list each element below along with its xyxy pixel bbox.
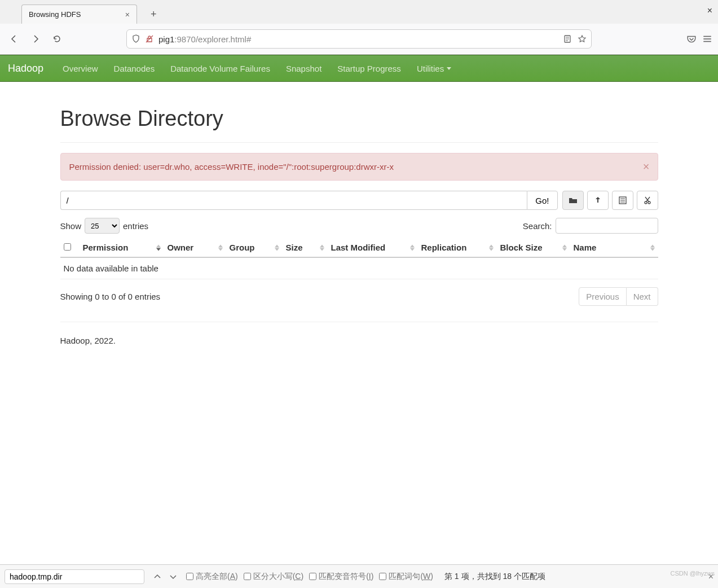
- page-length-select[interactable]: 25: [85, 218, 120, 234]
- nav-utilities-label: Utilities: [417, 64, 444, 73]
- shield-icon: [131, 34, 140, 43]
- col-owner[interactable]: Owner: [164, 238, 226, 257]
- title-separator: [60, 142, 658, 143]
- footer-separator: [60, 322, 658, 322]
- empty-row: No data available in table: [60, 257, 658, 279]
- whole-words-checkbox[interactable]: [379, 573, 386, 580]
- sort-icon: [489, 244, 494, 251]
- alert-close-icon[interactable]: ×: [643, 160, 650, 173]
- col-group[interactable]: Group: [226, 238, 283, 257]
- col-replication[interactable]: Replication: [418, 238, 497, 257]
- alert-error: Permission denied: user=dr.who, access=W…: [60, 153, 658, 181]
- back-button[interactable]: [6, 30, 23, 47]
- lock-insecure-icon: [145, 34, 154, 43]
- pocket-icon[interactable]: [686, 34, 697, 44]
- whole-words-option[interactable]: 匹配词句(W): [379, 572, 433, 582]
- match-case-checkbox[interactable]: [244, 573, 251, 580]
- prev-button[interactable]: Previous: [579, 287, 626, 306]
- nav-datanodes[interactable]: Datanodes: [106, 55, 163, 82]
- tab-close-icon[interactable]: ×: [125, 10, 130, 19]
- bookmark-star-icon[interactable]: [578, 34, 587, 43]
- alert-text: Permission denied: user=dr.who, access=W…: [69, 162, 394, 172]
- col-checkbox: [60, 238, 80, 257]
- reader-mode-icon[interactable]: [563, 34, 572, 43]
- sort-icon: [650, 244, 655, 251]
- page-title: Browse Directory: [60, 107, 658, 131]
- action-button-group: [562, 191, 658, 210]
- new-tab-button[interactable]: +: [147, 5, 160, 24]
- chevron-down-icon: [170, 573, 177, 580]
- chevron-down-icon: [447, 67, 451, 70]
- table-info: Showing 0 to 0 of 0 entries: [60, 292, 579, 301]
- upload-icon: [593, 196, 602, 205]
- sort-icon: [562, 244, 567, 251]
- entries-label: entries: [123, 221, 148, 231]
- path-input-group: Go!: [60, 191, 558, 210]
- empty-message: No data available in table: [60, 257, 658, 279]
- svg-point-12: [645, 201, 647, 204]
- highlight-all-option[interactable]: 高亮全部(A): [186, 572, 238, 582]
- browser-tab[interactable]: Browsing HDFS ×: [21, 5, 137, 24]
- new-folder-button[interactable]: [612, 191, 633, 210]
- cut-icon: [643, 196, 652, 205]
- arrow-left-icon: [10, 34, 19, 43]
- col-permission[interactable]: Permission: [80, 238, 164, 257]
- match-diacritics-option[interactable]: 匹配变音符号(I): [309, 572, 373, 582]
- highlight-all-checkbox[interactable]: [186, 573, 193, 580]
- path-input[interactable]: [60, 191, 527, 210]
- find-next-button[interactable]: [166, 569, 180, 584]
- table-footer: Showing 0 to 0 of 0 entries Previous Nex…: [60, 287, 658, 306]
- col-last-modified[interactable]: Last Modified: [328, 238, 418, 257]
- match-case-option[interactable]: 区分大小写(C): [244, 572, 303, 582]
- browser-toolbar: pig1:9870/explorer.html#: [0, 24, 718, 54]
- watermark: CSDN @lhyzws: [671, 570, 715, 577]
- col-name[interactable]: Name: [570, 238, 658, 257]
- sort-icon: [410, 244, 415, 251]
- brand[interactable]: Hadoop: [8, 63, 43, 74]
- col-size[interactable]: Size: [283, 238, 328, 257]
- go-button[interactable]: Go!: [527, 191, 557, 210]
- cut-button[interactable]: [637, 191, 658, 210]
- main-container: Browse Directory Permission denied: user…: [55, 107, 664, 345]
- page-footer: Hadoop, 2022.: [60, 336, 658, 345]
- find-status: 第 1 项，共找到 18 个匹配项: [444, 572, 545, 582]
- forward-button[interactable]: [27, 30, 44, 47]
- open-folder-button[interactable]: [562, 191, 584, 210]
- directory-table: Permission Owner Group Size Last Modifie…: [60, 238, 658, 279]
- reload-icon: [52, 34, 61, 43]
- table-controls: Show 25 entries Search:: [60, 218, 658, 234]
- find-bar: 高亮全部(A) 区分大小写(C) 匹配变音符号(I) 匹配词句(W) 第 1 项…: [0, 564, 718, 588]
- find-input[interactable]: [5, 569, 144, 584]
- reload-button[interactable]: [49, 30, 65, 47]
- nav-utilities[interactable]: Utilities: [409, 55, 459, 82]
- nav-snapshot[interactable]: Snapshot: [278, 55, 329, 82]
- app-navbar: Hadoop Overview Datanodes Datanode Volum…: [0, 55, 718, 82]
- path-row: Go!: [60, 191, 658, 210]
- chevron-up-icon: [154, 573, 161, 580]
- menu-icon[interactable]: [702, 34, 712, 44]
- folder-open-icon: [569, 196, 578, 205]
- next-button[interactable]: Next: [627, 287, 658, 306]
- svg-point-13: [648, 201, 650, 204]
- url-text: pig1:9870/explorer.html#: [158, 34, 558, 44]
- window-close-icon[interactable]: ×: [707, 6, 712, 16]
- tab-title: Browsing HDFS: [29, 10, 121, 19]
- col-block-size[interactable]: Block Size: [497, 238, 570, 257]
- select-all-checkbox[interactable]: [64, 243, 71, 251]
- search-label: Search:: [523, 221, 552, 231]
- nav-overview[interactable]: Overview: [55, 55, 106, 82]
- sort-icon: [275, 244, 279, 251]
- search-input[interactable]: [556, 218, 658, 234]
- tab-strip: Browsing HDFS × + ×: [0, 0, 718, 24]
- nav-startup-progress[interactable]: Startup Progress: [329, 55, 409, 82]
- parent-dir-button[interactable]: [587, 191, 609, 210]
- browser-chrome: Browsing HDFS × + × pig1:9870/explorer.h…: [0, 0, 718, 55]
- list-icon: [618, 196, 627, 205]
- sort-icon: [320, 244, 324, 251]
- nav-volume-failures[interactable]: Datanode Volume Failures: [162, 55, 278, 82]
- arrow-right-icon: [31, 34, 40, 43]
- find-prev-button[interactable]: [150, 569, 165, 584]
- find-nav: [150, 569, 180, 584]
- url-bar[interactable]: pig1:9870/explorer.html#: [126, 29, 592, 49]
- match-diacritics-checkbox[interactable]: [309, 573, 316, 580]
